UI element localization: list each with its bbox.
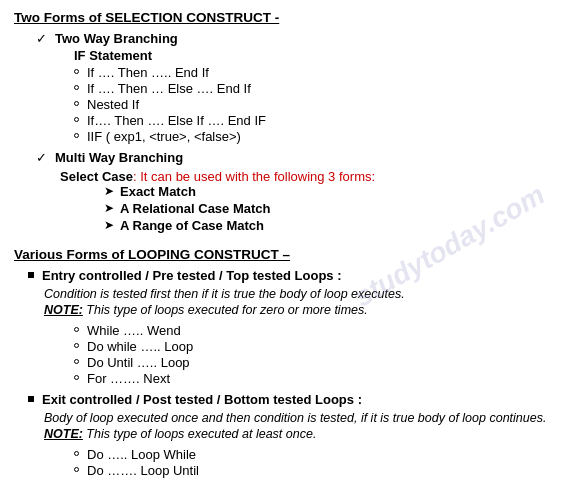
bullet-circle-icon [74, 133, 79, 138]
arrow-item-1-text: Exact Match [120, 184, 196, 199]
if-subitem-3-text: Nested If [87, 97, 139, 112]
select-case-desc: : It can be used with the following 3 fo… [133, 169, 375, 184]
checkmark-icon: ✓ [36, 150, 47, 165]
loop-subitem-2: Do while ….. Loop [74, 339, 557, 354]
bullet-circle-icon [74, 101, 79, 106]
bullet-square-icon [28, 272, 34, 278]
bullet-circle-icon [74, 69, 79, 74]
arrow-item-3: ➤ A Range of Case Match [104, 218, 557, 233]
entry-controlled-note: NOTE: This type of loops executed for ze… [44, 303, 557, 317]
exit-controlled-note-rest: This type of loops executed at least onc… [83, 427, 316, 441]
checkmark-icon: ✓ [36, 31, 47, 46]
section2: Various Forms of LOOPING CONSTRUCT – Ent… [14, 247, 557, 478]
if-subitem-4-text: If…. Then …. Else If …. End IF [87, 113, 266, 128]
entry-controlled-note-rest: This type of loops executed for zero or … [83, 303, 368, 317]
section2-heading: Various Forms of LOOPING CONSTRUCT – [14, 247, 557, 262]
note-bold-icon: NOTE: [44, 303, 83, 317]
bullet-circle-icon [74, 375, 79, 380]
entry-controlled-italic: Condition is tested first then if it is … [44, 287, 557, 301]
exit-loop-subitem-2: Do ……. Loop Until [74, 463, 557, 478]
section1: Two Forms of SELECTION CONSTRUCT - ✓ Two… [14, 10, 557, 233]
exit-controlled-italic: Body of loop executed once and then cond… [44, 411, 557, 425]
arrow-icon: ➤ [104, 201, 114, 215]
loop-subitem-1-text: While ….. Wend [87, 323, 181, 338]
loop-subitem-3-text: Do Until ….. Loop [87, 355, 190, 370]
loop-subitem-4: For ……. Next [74, 371, 557, 386]
select-case-bold: Select Case [60, 169, 133, 184]
arrow-item-2: ➤ A Relational Case Match [104, 201, 557, 216]
if-subitem-1-text: If …. Then ….. End If [87, 65, 209, 80]
bullet-square-icon [28, 396, 34, 402]
loop-subitem-1: While ….. Wend [74, 323, 557, 338]
exit-controlled-note: NOTE: This type of loops executed at lea… [44, 427, 557, 441]
bullet-circle-icon [74, 467, 79, 472]
bullet-circle-icon [74, 343, 79, 348]
if-subitem-3: Nested If [74, 97, 557, 112]
two-way-branching-item: ✓ Two Way Branching [36, 31, 557, 46]
bullet-circle-icon [74, 451, 79, 456]
note-bold-icon: NOTE: [44, 427, 83, 441]
exit-loop-subitem-1-text: Do ….. Loop While [87, 447, 196, 462]
bullet-circle-icon [74, 85, 79, 90]
loop-subitem-4-text: For ……. Next [87, 371, 170, 386]
arrow-item-2-text: A Relational Case Match [120, 201, 271, 216]
if-subitem-2-text: If …. Then … Else …. End If [87, 81, 251, 96]
select-case-line: Select Case: It can be used with the fol… [60, 169, 557, 184]
page-content: studytoday.com Two Forms of SELECTION CO… [14, 10, 557, 478]
if-subitem-5-text: IIF ( exp1, <true>, <false>) [87, 129, 241, 144]
if-subitem-2: If …. Then … Else …. End If [74, 81, 557, 96]
bullet-circle-icon [74, 327, 79, 332]
section1-heading: Two Forms of SELECTION CONSTRUCT - [14, 10, 557, 25]
arrow-item-3-text: A Range of Case Match [120, 218, 264, 233]
if-statement-label: IF Statement [74, 48, 557, 63]
bullet-circle-icon [74, 359, 79, 364]
entry-controlled-item: Entry controlled / Pre tested / Top test… [28, 268, 557, 283]
loop-subitem-2-text: Do while ….. Loop [87, 339, 193, 354]
multi-way-branching-label: Multi Way Branching [55, 150, 183, 165]
if-subitem-4: If…. Then …. Else If …. End IF [74, 113, 557, 128]
loop-subitem-3: Do Until ….. Loop [74, 355, 557, 370]
exit-controlled-item: Exit controlled / Post tested / Bottom t… [28, 392, 557, 407]
arrow-item-1: ➤ Exact Match [104, 184, 557, 199]
if-subitem-5: IIF ( exp1, <true>, <false>) [74, 129, 557, 144]
exit-controlled-label: Exit controlled / Post tested / Bottom t… [42, 392, 362, 407]
exit-loop-subitem-1: Do ….. Loop While [74, 447, 557, 462]
entry-controlled-label: Entry controlled / Pre tested / Top test… [42, 268, 342, 283]
multi-way-branching-item: ✓ Multi Way Branching [36, 150, 557, 165]
two-way-branching-label: Two Way Branching [55, 31, 178, 46]
arrow-icon: ➤ [104, 218, 114, 232]
bullet-circle-icon [74, 117, 79, 122]
arrow-icon: ➤ [104, 184, 114, 198]
exit-loop-subitem-2-text: Do ……. Loop Until [87, 463, 199, 478]
if-subitem-1: If …. Then ….. End If [74, 65, 557, 80]
